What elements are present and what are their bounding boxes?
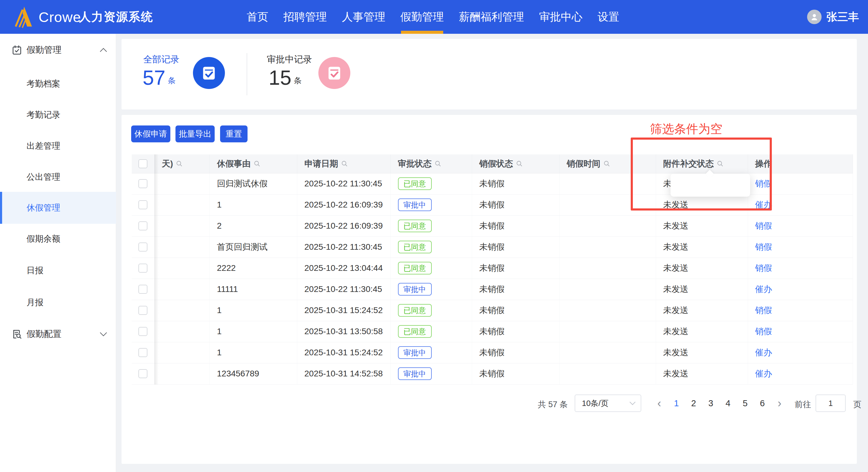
calendar-check-badge-icon — [326, 64, 343, 82]
chevron-up-icon[interactable] — [99, 48, 107, 53]
batch-export-button[interactable]: 批量导出 — [176, 125, 215, 142]
status-badge: 已同意 — [398, 219, 432, 232]
page-number-3[interactable]: 3 — [702, 399, 719, 408]
action-link[interactable]: 销假 — [755, 263, 772, 273]
user-box[interactable]: 张三丰 — [807, 0, 859, 34]
next-page-button[interactable]: › — [771, 399, 788, 408]
status-badge: 审批中 — [398, 346, 432, 359]
row-checkbox[interactable] — [138, 369, 148, 378]
user-avatar[interactable] — [807, 10, 822, 24]
status-badge: 审批中 — [398, 283, 432, 296]
col-header-approval-status[interactable]: 审批状态 — [391, 154, 472, 173]
action-link[interactable]: 销假 — [755, 242, 772, 252]
page-number-6[interactable]: 6 — [754, 399, 771, 408]
search-icon[interactable] — [341, 160, 348, 167]
person-icon — [810, 12, 819, 22]
action-link[interactable]: 销假 — [755, 305, 772, 315]
table-row: 首页回归测试 2025-10-22 11:30:45 已同意 未销假 未发送 销… — [132, 236, 852, 258]
col-header-reason[interactable]: 休假事由 — [210, 154, 297, 173]
nav-settings[interactable]: 设置 — [597, 0, 620, 34]
document-search-icon — [11, 329, 22, 340]
status-badge: 已同意 — [398, 177, 432, 190]
reset-button[interactable]: 重置 — [220, 125, 248, 142]
search-icon[interactable] — [253, 160, 261, 167]
action-link[interactable]: 销假 — [755, 327, 772, 336]
nav-home[interactable]: 首页 — [246, 0, 269, 34]
search-icon[interactable] — [603, 160, 611, 167]
col-header-cancel-status[interactable]: 销假状态 — [472, 154, 559, 173]
nav-payroll[interactable]: 薪酬福利管理 — [458, 0, 525, 34]
page-number-1[interactable]: 1 — [668, 399, 685, 408]
annotation-text: 筛选条件为空 — [650, 121, 722, 137]
page-number-5[interactable]: 5 — [737, 399, 754, 408]
table-row: 2 2025-10-22 16:09:39 已同意 未销假 未发送 销假 — [132, 215, 852, 236]
chevron-down-icon — [629, 401, 636, 405]
sidebar-group-label: 假勤管理 — [27, 44, 62, 56]
table-row: 2222 2025-10-22 13:04:44 已同意 未销假 未发送 销假 — [132, 258, 852, 279]
nav-attendance[interactable]: 假勤管理 — [400, 0, 444, 34]
row-checkbox[interactable] — [138, 285, 148, 294]
action-link[interactable]: 催办 — [755, 369, 772, 378]
status-badge: 已同意 — [398, 241, 432, 253]
sidebar-group-attendance[interactable]: 假勤管理 — [0, 40, 116, 60]
row-checkbox[interactable] — [138, 327, 148, 336]
stat-pending-value: 15 — [269, 68, 291, 87]
table-row: 1 2025-10-31 15:24:52 审批中 未销假 未发送 催办 — [132, 342, 852, 363]
col-header-days[interactable]: 天) — [154, 154, 210, 173]
prev-page-button[interactable]: ‹ — [651, 399, 668, 408]
table-row: 1 2025-10-31 15:24:52 已同意 未销假 未发送 销假 — [132, 300, 852, 321]
goto-page-input[interactable] — [815, 394, 846, 412]
action-link[interactable]: 催办 — [755, 200, 772, 209]
status-badge: 审批中 — [398, 199, 432, 211]
search-icon[interactable] — [516, 160, 523, 167]
status-badge: 已同意 — [398, 325, 432, 338]
stat-all-value-row: 57 条 — [143, 68, 176, 87]
chevron-down-icon[interactable] — [99, 332, 107, 336]
sidebar-item-leave-balance[interactable]: 假期余额 — [0, 228, 116, 250]
stat-pending-label: 审批中记录 — [267, 53, 312, 66]
row-checkbox[interactable] — [138, 200, 148, 209]
select-all-checkbox[interactable] — [138, 159, 148, 168]
nav-approval[interactable]: 审批中心 — [538, 0, 583, 34]
search-icon[interactable] — [717, 160, 724, 167]
sidebar-item-attendance-records[interactable]: 考勤记录 — [0, 104, 116, 126]
col-header-apply-date[interactable]: 申请日期 — [297, 154, 391, 173]
top-bar: Crowe 人力资源系统 首页 招聘管理 人事管理 假勤管理 薪酬福利管理 审批… — [0, 0, 868, 34]
attachment-filter-popup[interactable] — [671, 174, 750, 197]
search-icon[interactable] — [176, 160, 183, 167]
leave-apply-button[interactable]: 休假申请 — [131, 125, 170, 142]
calendar-check-icon — [11, 45, 22, 56]
goto-page-label: 前往 — [795, 399, 811, 410]
crowe-logo-icon — [13, 5, 34, 28]
sidebar-group-attendance-config[interactable]: 假勤配置 — [0, 324, 116, 345]
page-number-4[interactable]: 4 — [719, 399, 737, 408]
sidebar-item-daily-report[interactable]: 日报 — [0, 260, 116, 282]
page-number-2[interactable]: 2 — [685, 399, 702, 408]
row-checkbox[interactable] — [138, 242, 148, 252]
sidebar-item-attendance-files[interactable]: 考勤档案 — [0, 73, 116, 95]
action-link[interactable]: 催办 — [755, 285, 772, 294]
search-icon[interactable] — [434, 160, 442, 167]
status-badge: 审批中 — [398, 367, 432, 380]
table-row: 1 2025-10-22 16:09:39 审批中 未销假 未发送 催办 — [132, 194, 852, 215]
row-checkbox[interactable] — [138, 348, 148, 357]
sidebar-item-outing[interactable]: 公出管理 — [0, 166, 116, 188]
nav-recruit[interactable]: 招聘管理 — [283, 0, 328, 34]
page-size-select[interactable]: 10条/页 — [575, 394, 641, 412]
sidebar-item-leave-management[interactable]: 休假管理 — [0, 192, 116, 224]
row-checkbox[interactable] — [138, 179, 148, 188]
row-checkbox[interactable] — [138, 306, 148, 315]
action-link[interactable]: 销假 — [755, 221, 772, 230]
action-link[interactable]: 催办 — [755, 348, 772, 357]
stats-card: 全部记录 57 条 审批中记录 15 条 — [122, 39, 857, 110]
nav-hr[interactable]: 人事管理 — [341, 0, 386, 34]
status-badge: 已同意 — [398, 262, 432, 274]
row-checkbox[interactable] — [138, 264, 148, 273]
col-header-cancel-time[interactable]: 销假时间 — [559, 154, 656, 173]
col-header-attachment-status[interactable]: 附件补交状态 — [656, 154, 748, 173]
sidebar-item-monthly-report[interactable]: 月报 — [0, 292, 116, 313]
action-link[interactable]: 销假 — [755, 179, 772, 188]
row-checkbox[interactable] — [138, 222, 148, 230]
calendar-check-badge-icon — [200, 64, 218, 82]
sidebar-item-business-trip[interactable]: 出差管理 — [0, 135, 116, 157]
